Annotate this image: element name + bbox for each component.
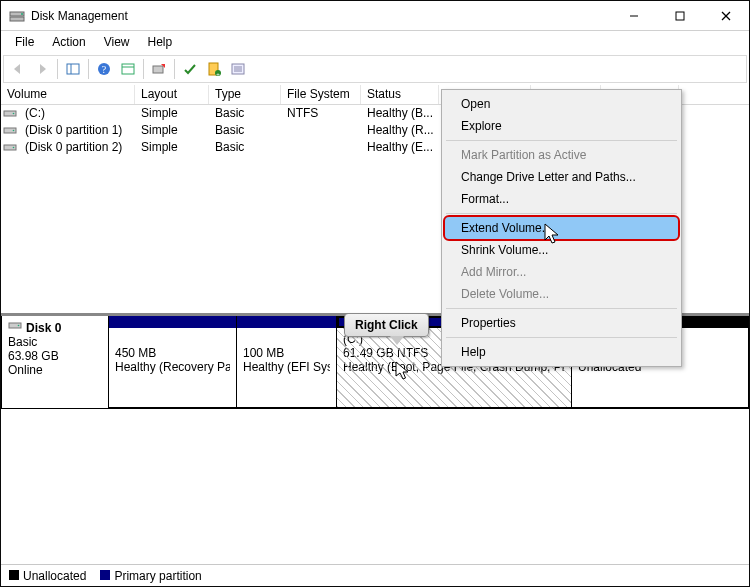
close-button[interactable] — [703, 1, 749, 31]
legend-primary: Primary partition — [100, 569, 201, 583]
disk-info-panel[interactable]: Disk 0 Basic 63.98 GB Online — [1, 316, 109, 409]
window-title: Disk Management — [31, 9, 128, 23]
menu-action[interactable]: Action — [44, 33, 93, 51]
partition-status: Healthy (Recovery Par — [115, 360, 230, 374]
col-volume[interactable]: Volume — [1, 85, 135, 104]
forward-button[interactable] — [31, 58, 53, 80]
cell-type: Basic — [209, 105, 281, 122]
svg-rect-13 — [153, 66, 163, 73]
cell-status: Healthy (R... — [361, 122, 439, 139]
context-menu: Open Explore Mark Partition as Active Ch… — [441, 89, 682, 367]
cm-format[interactable]: Format... — [445, 188, 678, 210]
new-volume-button[interactable]: + — [203, 58, 225, 80]
cell-volume: (Disk 0 partition 2) — [19, 139, 135, 156]
svg-point-2 — [21, 13, 23, 15]
cell-status: Healthy (E... — [361, 139, 439, 156]
svg-point-24 — [13, 129, 15, 131]
col-fs[interactable]: File System — [281, 85, 361, 104]
maximize-button[interactable] — [657, 1, 703, 31]
col-type[interactable]: Type — [209, 85, 281, 104]
cell-type: Basic — [209, 139, 281, 156]
col-layout[interactable]: Layout — [135, 85, 209, 104]
menubar: File Action View Help — [1, 31, 749, 53]
svg-point-22 — [13, 112, 15, 114]
help-button[interactable]: ? — [93, 58, 115, 80]
settings-button[interactable] — [117, 58, 139, 80]
cm-help[interactable]: Help — [445, 341, 678, 363]
show-hide-button[interactable] — [62, 58, 84, 80]
cell-volume: (C:) — [19, 105, 135, 122]
partition-size: 100 MB — [243, 346, 330, 360]
cm-add-mirror[interactable]: Add Mirror... — [445, 261, 678, 283]
drive-icon — [1, 105, 19, 122]
rescan-disks-button[interactable] — [148, 58, 170, 80]
disk-size: 63.98 GB — [8, 349, 102, 363]
partition-status: Healthy (EFI Sys — [243, 360, 330, 374]
cell-layout: Simple — [135, 139, 209, 156]
partition-stripe — [237, 316, 336, 328]
action-checkmark-button[interactable] — [179, 58, 201, 80]
disk-type: Basic — [8, 335, 102, 349]
menu-view[interactable]: View — [96, 33, 138, 51]
col-status[interactable]: Status — [361, 85, 439, 104]
disk-state: Online — [8, 363, 102, 377]
volume-list-button[interactable] — [227, 58, 249, 80]
svg-rect-11 — [122, 64, 134, 74]
cm-extend-volume[interactable]: Extend Volume... — [445, 217, 678, 239]
svg-text:?: ? — [102, 64, 107, 75]
cell-status: Healthy (B... — [361, 105, 439, 122]
partition-size: 450 MB — [115, 346, 230, 360]
cell-type: Basic — [209, 122, 281, 139]
cm-mark-active[interactable]: Mark Partition as Active — [445, 144, 678, 166]
cell-layout: Simple — [135, 105, 209, 122]
svg-rect-7 — [67, 64, 79, 74]
svg-rect-1 — [10, 17, 24, 21]
menu-help[interactable]: Help — [140, 33, 181, 51]
svg-text:+: + — [216, 71, 220, 77]
partition-stripe — [109, 316, 236, 328]
partition-efi[interactable]: 100 MB Healthy (EFI Sys — [237, 316, 337, 408]
cm-delete-volume[interactable]: Delete Volume... — [445, 283, 678, 305]
cm-properties[interactable]: Properties — [445, 312, 678, 334]
cell-layout: Simple — [135, 122, 209, 139]
menu-file[interactable]: File — [7, 33, 42, 51]
titlebar: Disk Management — [1, 1, 749, 31]
app-icon — [9, 8, 25, 24]
disk-name: Disk 0 — [26, 321, 61, 335]
cm-explore[interactable]: Explore — [445, 115, 678, 137]
back-button[interactable] — [7, 58, 29, 80]
toolbar: ? + — [3, 55, 747, 83]
legend: Unallocated Primary partition — [1, 564, 749, 586]
cell-volume: (Disk 0 partition 1) — [19, 122, 135, 139]
drive-icon — [1, 139, 19, 156]
cm-shrink-volume[interactable]: Shrink Volume... — [445, 239, 678, 261]
svg-rect-4 — [676, 12, 684, 20]
disk-management-window: Disk Management File Action View Help ? — [0, 0, 750, 587]
svg-point-26 — [13, 146, 15, 148]
disk-icon — [8, 320, 22, 335]
cell-fs — [281, 122, 361, 139]
cell-fs: NTFS — [281, 105, 361, 122]
drive-icon — [1, 122, 19, 139]
cm-open[interactable]: Open — [445, 93, 678, 115]
cm-change-letter[interactable]: Change Drive Letter and Paths... — [445, 166, 678, 188]
minimize-button[interactable] — [611, 1, 657, 31]
cell-fs — [281, 139, 361, 156]
partition-recovery[interactable]: 450 MB Healthy (Recovery Par — [109, 316, 237, 408]
window-controls — [611, 1, 749, 31]
legend-unallocated: Unallocated — [9, 569, 86, 583]
svg-point-28 — [18, 325, 20, 327]
